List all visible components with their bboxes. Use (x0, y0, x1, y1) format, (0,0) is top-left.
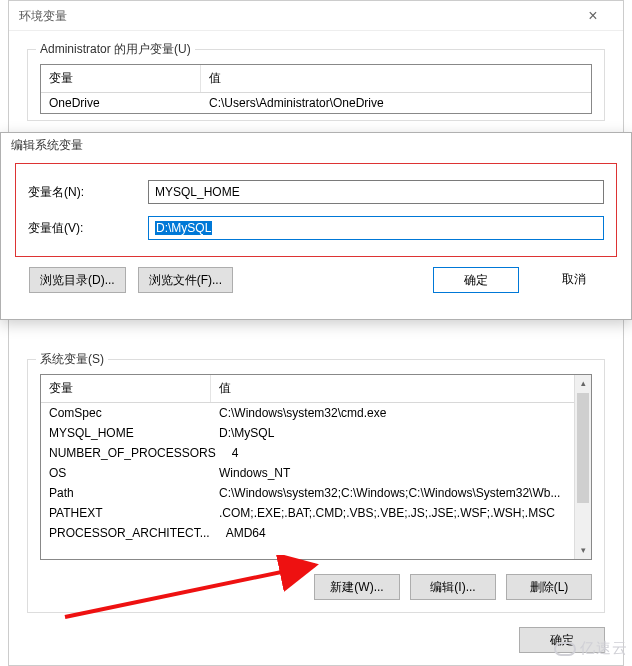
table-row[interactable]: NUMBER_OF_PROCESSORS4 (41, 443, 574, 463)
cell-variable: OS (41, 463, 211, 483)
watermark-text: 亿速云 (580, 639, 628, 658)
system-variables-table[interactable]: 变量 值 ComSpecC:\Windows\system32\cmd.exeM… (40, 374, 592, 560)
edit-dialog-title: 编辑系统变量 (1, 133, 631, 153)
cell-value: .COM;.EXE;.BAT;.CMD;.VBS;.VBE;.JS;.JSE;.… (211, 503, 574, 523)
table-header: 变量 值 (41, 375, 574, 403)
cell-value: C:\Windows\system32;C:\Windows;C:\Window… (211, 483, 574, 503)
edit-button[interactable]: 编辑(I)... (410, 574, 496, 600)
scrollbar[interactable]: ▴ ▾ (574, 375, 591, 559)
user-variables-table[interactable]: 变量 值 OneDriveC:\Users\Administrator\OneD… (40, 64, 592, 114)
cell-variable: PROCESSOR_ARCHITECT... (41, 523, 218, 543)
sys-buttons-row: 新建(W)... 编辑(I)... 删除(L) (40, 574, 592, 600)
col-header-value[interactable]: 值 (211, 375, 574, 402)
new-button[interactable]: 新建(W)... (314, 574, 400, 600)
col-header-variable[interactable]: 变量 (41, 65, 201, 92)
table-row[interactable]: OneDriveC:\Users\Administrator\OneDrive (41, 93, 591, 113)
edit-system-variable-dialog: 编辑系统变量 变量名(N): 变量值(V): D:\MySQL 浏览目录(D).… (0, 132, 632, 320)
cell-value: 4 (224, 443, 574, 463)
delete-button[interactable]: 删除(L) (506, 574, 592, 600)
titlebar: 环境变量 × (9, 1, 623, 31)
variable-value-input[interactable]: D:\MySQL (148, 216, 604, 240)
browse-directory-button[interactable]: 浏览目录(D)... (29, 267, 126, 293)
cell-variable: ComSpec (41, 403, 211, 423)
edit-form-highlight: 变量名(N): 变量值(V): D:\MySQL (15, 163, 617, 257)
cell-variable: MYSQL_HOME (41, 423, 211, 443)
col-header-variable[interactable]: 变量 (41, 375, 211, 402)
browse-file-button[interactable]: 浏览文件(F)... (138, 267, 233, 293)
variable-name-label: 变量名(N): (28, 184, 148, 201)
system-variables-group: 系统变量(S) 变量 值 ComSpecC:\Windows\system32\… (27, 359, 605, 613)
cell-variable: NUMBER_OF_PROCESSORS (41, 443, 224, 463)
table-header: 变量 值 (41, 65, 591, 93)
dialog-footer: 确定 (27, 627, 605, 653)
table-row[interactable]: OSWindows_NT (41, 463, 574, 483)
cell-value: D:\MySQL (211, 423, 574, 443)
cloud-icon (554, 642, 576, 656)
scroll-thumb[interactable] (577, 393, 589, 503)
cell-variable: Path (41, 483, 211, 503)
scroll-down-icon[interactable]: ▾ (575, 542, 591, 559)
watermark: 亿速云 (554, 639, 628, 658)
variable-value-selected-text: D:\MySQL (155, 221, 212, 235)
cancel-button[interactable]: 取消 (531, 267, 617, 293)
cell-value: Windows_NT (211, 463, 574, 483)
variable-name-input[interactable] (148, 180, 604, 204)
cell-value: AMD64 (218, 523, 574, 543)
ok-button[interactable]: 确定 (433, 267, 519, 293)
table-row[interactable]: PathC:\Windows\system32;C:\Windows;C:\Wi… (41, 483, 574, 503)
table-row[interactable]: PROCESSOR_ARCHITECT...AMD64 (41, 523, 574, 543)
edit-buttons-row: 浏览目录(D)... 浏览文件(F)... 确定 取消 (29, 267, 617, 293)
dialog-title: 环境变量 (19, 1, 573, 31)
cell-value: C:\Users\Administrator\OneDrive (201, 93, 591, 113)
user-variables-group: Administrator 的用户变量(U) 变量 值 OneDriveC:\U… (27, 49, 605, 121)
table-row[interactable]: ComSpecC:\Windows\system32\cmd.exe (41, 403, 574, 423)
variable-value-label: 变量值(V): (28, 220, 148, 237)
cell-variable: OneDrive (41, 93, 201, 113)
cell-variable: PATHEXT (41, 503, 211, 523)
table-row[interactable]: MYSQL_HOMED:\MySQL (41, 423, 574, 443)
table-row[interactable]: PATHEXT.COM;.EXE;.BAT;.CMD;.VBS;.VBE;.JS… (41, 503, 574, 523)
col-header-value[interactable]: 值 (201, 65, 591, 92)
sys-group-caption: 系统变量(S) (36, 351, 108, 368)
env-variables-dialog: 环境变量 × Administrator 的用户变量(U) 变量 值 OneDr… (8, 0, 624, 666)
close-icon[interactable]: × (573, 1, 613, 31)
cell-value: C:\Windows\system32\cmd.exe (211, 403, 574, 423)
scroll-up-icon[interactable]: ▴ (575, 375, 591, 392)
user-group-caption: Administrator 的用户变量(U) (36, 41, 195, 58)
